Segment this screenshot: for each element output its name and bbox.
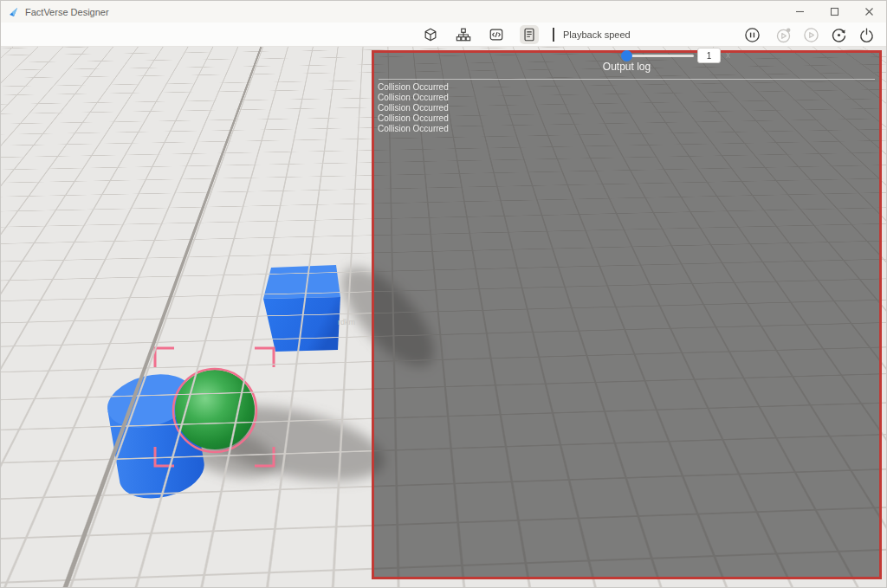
toolbar-divider [553,28,554,42]
log-entry: Collision Occurred [374,82,879,93]
cube-icon [423,27,438,42]
power-icon [858,27,875,43]
playback-speed-label: Playback speed [563,29,631,40]
play-badge-icon [775,27,792,43]
code-icon [489,27,504,42]
toolbar: Playback speed x [1,23,886,47]
power-button[interactable] [857,25,876,44]
hierarchy-tool-button[interactable] [454,25,473,44]
play-button[interactable] [801,25,820,44]
playback-speed-slider[interactable] [623,55,694,57]
output-log-panel: Output log Collision OccurredCollision O… [372,50,882,579]
output-log-title: Output log [374,61,879,73]
output-log-tool-button[interactable] [520,25,539,44]
floor-label: rdkm [338,318,355,326]
log-entry: Collision Occurred [374,113,879,124]
cube-object[interactable] [263,265,340,352]
app-window: FactVerse Designer [0,0,887,588]
speed-multiplier-suffix: x [726,50,730,60]
output-log-divider [379,79,875,80]
pause-button[interactable] [742,25,761,44]
title-bar: FactVerse Designer [1,1,886,23]
app-logo-icon [9,7,19,17]
pause-icon [744,27,761,43]
play-step-button[interactable] [774,25,793,44]
playback-speed-input[interactable] [697,48,721,63]
play-icon [803,27,819,43]
close-icon [864,7,874,16]
document-icon [521,27,537,42]
minimize-icon [795,7,805,16]
log-entry: Collision Occurred [374,103,879,113]
model-tool-button[interactable] [421,25,440,44]
maximize-icon [830,7,839,16]
maximize-button[interactable] [817,1,851,23]
log-entry: Collision Occurred [374,124,879,134]
minimize-button[interactable] [782,1,817,23]
close-button[interactable] [851,1,886,23]
restart-icon [831,27,847,43]
slider-thumb[interactable] [621,50,632,61]
app-title: FactVerse Designer [25,7,109,17]
output-log-entries: Collision OccurredCollision OccurredColl… [374,82,879,134]
hierarchy-icon [456,27,471,42]
sphere-object[interactable] [175,370,255,449]
script-tool-button[interactable] [487,25,506,44]
log-entry: Collision Occurred [374,93,879,103]
restart-button[interactable] [829,25,848,44]
